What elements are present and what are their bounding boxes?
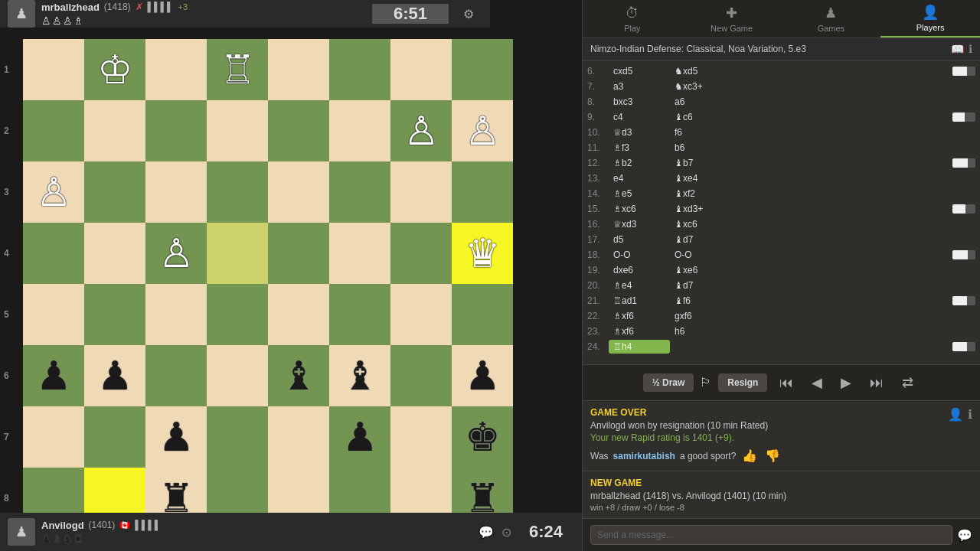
move-black[interactable]: ♞xd5 — [670, 64, 731, 78]
user-icon[interactable]: 👤 — [948, 407, 963, 422]
move-black[interactable]: ♝xe6 — [670, 263, 731, 277]
square-c2[interactable] — [329, 100, 390, 161]
move-white[interactable]: ♗xc6 — [609, 202, 670, 216]
move-black[interactable]: ♝d7 — [670, 233, 731, 246]
move-white[interactable]: ♗xf6 — [609, 309, 670, 323]
move-white[interactable]: ♖h4 — [609, 340, 670, 354]
square-b1[interactable] — [390, 39, 452, 100]
square-d1[interactable] — [268, 39, 329, 100]
square-c3[interactable] — [329, 161, 390, 223]
move-white[interactable]: ♗xf6 — [609, 324, 670, 338]
square-b3[interactable] — [390, 161, 452, 223]
move-black[interactable]: ♝f6 — [670, 294, 731, 308]
square-c4[interactable] — [329, 223, 390, 284]
flip-board-button[interactable]: ⇄ — [896, 371, 920, 394]
move-white[interactable]: O-O — [609, 248, 670, 262]
square-a3[interactable] — [452, 161, 513, 223]
square-a7[interactable]: ♚ — [452, 406, 513, 468]
tab-new-game[interactable]: ✚ New Game — [682, 0, 782, 37]
info-circle-icon[interactable]: ℹ — [968, 407, 972, 422]
move-black[interactable]: f6 — [670, 126, 731, 139]
square-b2[interactable]: ♙ — [390, 100, 452, 161]
first-move-button[interactable]: ⏮ — [773, 372, 799, 394]
square-f7[interactable]: ♟ — [145, 406, 207, 468]
square-c7[interactable]: ♟ — [329, 406, 390, 468]
tab-games[interactable]: ♟ Games — [782, 0, 881, 37]
square-d3[interactable] — [268, 161, 329, 223]
square-e1[interactable]: ♖ — [207, 39, 268, 100]
square-g3[interactable] — [84, 161, 145, 223]
square-c5[interactable] — [329, 284, 390, 345]
square-g4[interactable] — [84, 223, 145, 284]
good-sport-name[interactable]: samirkutabish — [613, 451, 675, 461]
square-c6[interactable]: ♝ — [329, 345, 390, 406]
square-h3[interactable]: ♙ — [23, 161, 84, 223]
square-h7[interactable] — [23, 406, 84, 468]
tab-players[interactable]: 👤 Players — [880, 0, 980, 37]
next-move-button[interactable]: ▶ — [835, 371, 858, 394]
square-f3[interactable] — [145, 161, 207, 223]
square-g7[interactable] — [84, 406, 145, 468]
move-white[interactable]: bxc3 — [609, 95, 670, 109]
move-white[interactable]: ♗e4 — [609, 279, 670, 292]
move-white[interactable]: cxd5 — [609, 64, 670, 78]
square-e5[interactable] — [207, 284, 268, 345]
square-d4[interactable] — [268, 223, 329, 284]
square-g6[interactable]: ♟ — [84, 345, 145, 406]
move-black[interactable]: O-O — [670, 248, 731, 262]
square-g5[interactable] — [84, 284, 145, 345]
settings-icon[interactable]: ⚙ — [455, 7, 482, 21]
prev-move-button[interactable]: ◀ — [805, 371, 828, 394]
move-list[interactable]: 6.cxd5♞xd57.a3♞xc3+8.bxc3a69.c4♝c610.♕d3… — [583, 60, 980, 364]
move-black[interactable]: ♝xd3+ — [670, 202, 731, 216]
move-black[interactable] — [670, 345, 731, 348]
move-white[interactable]: dxe6 — [609, 263, 670, 277]
square-d6[interactable]: ♝ — [268, 345, 329, 406]
square-e4[interactable] — [207, 223, 268, 284]
square-a6[interactable]: ♟ — [452, 345, 513, 406]
thumbs-up-button[interactable]: 👍 — [740, 447, 759, 465]
move-black[interactable]: ♝xc6 — [670, 217, 731, 231]
move-white[interactable]: ♗f3 — [609, 141, 670, 155]
chessboard[interactable]: ♔ ♖ ♙ ♙ ♙ — [23, 39, 513, 529]
chat-icon[interactable]: 💬 — [479, 525, 494, 540]
move-black[interactable]: a6 — [670, 95, 731, 109]
square-f2[interactable] — [145, 100, 207, 161]
square-e3[interactable] — [207, 161, 268, 223]
move-black[interactable]: ♝c6 — [670, 110, 731, 124]
move-black[interactable]: ♝xf2 — [670, 187, 731, 201]
move-white[interactable]: a3 — [609, 80, 670, 93]
move-black[interactable]: h6 — [670, 324, 731, 338]
square-h1[interactable] — [23, 39, 84, 100]
square-g1[interactable]: ♔ — [84, 39, 145, 100]
move-black[interactable]: b6 — [670, 141, 731, 155]
flag-icon[interactable]: ⊙ — [501, 525, 511, 540]
square-f1[interactable] — [145, 39, 207, 100]
square-a5[interactable] — [452, 284, 513, 345]
square-a1[interactable] — [452, 39, 513, 100]
square-b5[interactable] — [390, 284, 452, 345]
tab-play[interactable]: ⏱ Play — [583, 0, 682, 37]
square-c1[interactable] — [329, 39, 390, 100]
square-f5[interactable] — [145, 284, 207, 345]
square-b6[interactable] — [390, 345, 452, 406]
square-g2[interactable] — [84, 100, 145, 161]
move-black[interactable]: ♝d7 — [670, 279, 731, 292]
square-h4[interactable] — [23, 223, 84, 284]
move-white[interactable]: e4 — [609, 171, 670, 185]
square-e7[interactable] — [207, 406, 268, 468]
move-white[interactable]: c4 — [609, 110, 670, 124]
move-black[interactable]: ♝xe4 — [670, 171, 731, 185]
square-e6[interactable] — [207, 345, 268, 406]
draw-button[interactable]: ½ Draw — [643, 373, 694, 392]
book-icon[interactable]: 📖 — [951, 43, 964, 55]
square-b7[interactable] — [390, 406, 452, 468]
chat-send-icon[interactable]: 💬 — [957, 528, 972, 543]
move-white[interactable]: ♗b2 — [609, 156, 670, 170]
square-d5[interactable] — [268, 284, 329, 345]
move-white[interactable]: ♕xd3 — [609, 217, 670, 231]
move-white[interactable]: ♕d3 — [609, 126, 670, 139]
move-black[interactable]: ♞xc3+ — [670, 80, 731, 93]
move-black[interactable]: gxf6 — [670, 309, 731, 323]
square-b4[interactable] — [390, 223, 452, 284]
